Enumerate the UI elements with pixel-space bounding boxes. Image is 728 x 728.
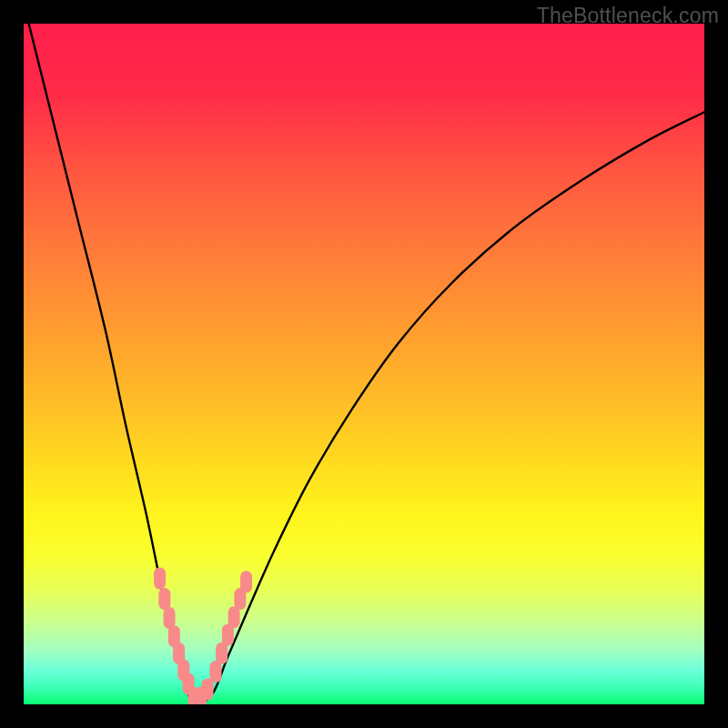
marker-dot [228,606,240,628]
marker-dot [201,679,213,701]
marker-dot [216,642,228,664]
chart-svg [24,24,704,704]
bottleneck-curve [24,24,704,704]
marker-dot [154,568,166,590]
watermark-text: TheBottleneck.com [537,4,719,28]
marker-dot [240,571,252,592]
plot-area [24,24,704,704]
marker-dot [209,661,221,682]
curve-path [24,24,704,704]
marker-dot [158,588,170,610]
